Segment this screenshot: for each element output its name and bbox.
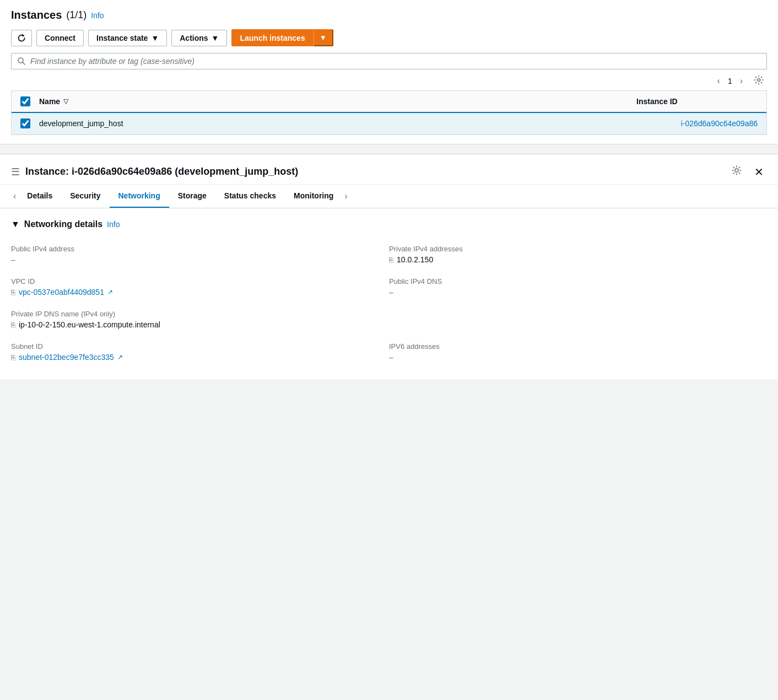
right-empty-item bbox=[389, 303, 767, 336]
public-ipv4-item: Public IPv4 address – bbox=[11, 238, 389, 271]
private-dns-copy-icon[interactable]: ⎘ bbox=[11, 321, 15, 329]
tabs-container: ‹ Details Security Networking Storage St… bbox=[0, 185, 778, 208]
detail-settings-button[interactable] bbox=[728, 164, 745, 180]
networking-info-link[interactable]: Info bbox=[107, 220, 120, 229]
actions-button[interactable]: Actions ▼ bbox=[171, 30, 227, 46]
tab-details[interactable]: Details bbox=[18, 185, 61, 208]
tab-monitoring[interactable]: Monitoring bbox=[285, 185, 342, 208]
subnet-id-value[interactable]: ⎘ subnet-012bec9e7fe3cc335 ↗ bbox=[11, 353, 389, 362]
networking-content: ▼ Networking details Info Public IPv4 ad… bbox=[0, 208, 778, 379]
svg-point-2 bbox=[758, 79, 760, 82]
tabs-prev-button[interactable]: ‹ bbox=[11, 185, 18, 208]
launch-instances-chevron-button[interactable]: ▼ bbox=[314, 29, 333, 46]
search-icon bbox=[17, 57, 26, 66]
ipv6-item: IPV6 addresses – bbox=[389, 336, 767, 368]
vpc-id-value[interactable]: ⎘ vpc-0537e0abf4409d851 ↗ bbox=[11, 288, 389, 297]
connect-button[interactable]: Connect bbox=[36, 30, 84, 46]
public-ipv4-dns-item: Public IPv4 DNS – bbox=[389, 271, 767, 303]
vpc-id-item: VPC ID ⎘ vpc-0537e0abf4409d851 ↗ bbox=[11, 271, 389, 303]
vpc-copy-icon[interactable]: ⎘ bbox=[11, 288, 15, 297]
table-row: development_jump_host i-026d6a90c64e09a8… bbox=[12, 113, 766, 134]
svg-line-1 bbox=[23, 62, 25, 64]
instance-count: (1/1) bbox=[66, 9, 87, 21]
select-all-checkbox[interactable] bbox=[20, 96, 30, 106]
private-ipv4-label: Private IPv4 addresses bbox=[389, 245, 767, 253]
public-ipv4-label: Public IPv4 address bbox=[11, 245, 389, 253]
detail-close-button[interactable]: ✕ bbox=[751, 164, 767, 180]
private-dns-value: ⎘ ip-10-0-2-150.eu-west-1.compute.intern… bbox=[11, 320, 389, 329]
private-ipv4-item: Private IPv4 addresses ⎘ 10.0.2.150 bbox=[389, 238, 767, 271]
refresh-button[interactable] bbox=[11, 30, 32, 46]
row-checkbox[interactable] bbox=[20, 119, 30, 128]
private-dns-item: Private IP DNS name (IPv4 only) ⎘ ip-10-… bbox=[11, 303, 389, 336]
pagination-prev-button[interactable]: ‹ bbox=[714, 75, 723, 87]
search-bar bbox=[11, 53, 767, 69]
ipv6-label: IPV6 addresses bbox=[389, 342, 767, 351]
networking-details-grid: Public IPv4 address – Private IPv4 addre… bbox=[11, 238, 767, 368]
tab-storage[interactable]: Storage bbox=[169, 185, 215, 208]
collapse-icon: ▼ bbox=[11, 219, 20, 229]
info-link[interactable]: Info bbox=[91, 11, 104, 20]
sort-icon: ▽ bbox=[63, 98, 68, 105]
subnet-copy-icon[interactable]: ⎘ bbox=[11, 353, 15, 362]
tab-status-checks[interactable]: Status checks bbox=[215, 185, 285, 208]
detail-panel: ☰ Instance: i-026d6a90c64e09a86 (develop… bbox=[0, 153, 778, 379]
instance-state-chevron: ▼ bbox=[151, 34, 159, 42]
column-preferences-button[interactable] bbox=[750, 74, 767, 88]
row-instance-id[interactable]: i-026d6a90c64e09a86 bbox=[636, 119, 758, 128]
drag-handle: ☰ bbox=[11, 166, 20, 178]
public-ipv4-value: – bbox=[11, 255, 389, 264]
search-input[interactable] bbox=[30, 57, 761, 66]
page-number: 1 bbox=[728, 77, 732, 85]
private-ipv4-copy-icon[interactable]: ⎘ bbox=[389, 256, 393, 264]
private-dns-label: Private IP DNS name (IPv4 only) bbox=[11, 310, 389, 318]
gear-icon bbox=[754, 75, 764, 85]
launch-instances-button[interactable]: Launch instances bbox=[231, 29, 313, 46]
ipv6-value: – bbox=[389, 353, 767, 362]
tab-networking[interactable]: Networking bbox=[110, 185, 169, 208]
subnet-external-link-icon[interactable]: ↗ bbox=[117, 353, 123, 361]
instance-state-button[interactable]: Instance state ▼ bbox=[88, 30, 167, 46]
subnet-id-item: Subnet ID ⎘ subnet-012bec9e7fe3cc335 ↗ bbox=[11, 336, 389, 368]
detail-panel-title: Instance: i-026d6a90c64e09a86 (developme… bbox=[25, 166, 298, 177]
vpc-id-label: VPC ID bbox=[11, 277, 389, 286]
tabs-next-button[interactable]: › bbox=[342, 185, 349, 208]
pagination-next-button[interactable]: › bbox=[737, 75, 746, 87]
col-instance-id-header: Instance ID bbox=[636, 97, 758, 106]
detail-gear-icon bbox=[731, 165, 742, 176]
public-ipv4-dns-value: – bbox=[389, 288, 767, 297]
row-name: development_jump_host bbox=[39, 119, 628, 128]
table-header: Name ▽ Instance ID bbox=[12, 91, 766, 113]
tab-security[interactable]: Security bbox=[61, 185, 109, 208]
section-title-text: Networking details bbox=[24, 219, 102, 229]
subnet-id-label: Subnet ID bbox=[11, 342, 389, 351]
public-ipv4-dns-label: Public IPv4 DNS bbox=[389, 277, 767, 286]
vpc-external-link-icon[interactable]: ↗ bbox=[107, 288, 113, 296]
private-ipv4-value: ⎘ 10.0.2.150 bbox=[389, 255, 767, 264]
svg-point-3 bbox=[735, 169, 738, 172]
page-title: Instances bbox=[11, 9, 62, 21]
actions-chevron: ▼ bbox=[212, 34, 219, 42]
